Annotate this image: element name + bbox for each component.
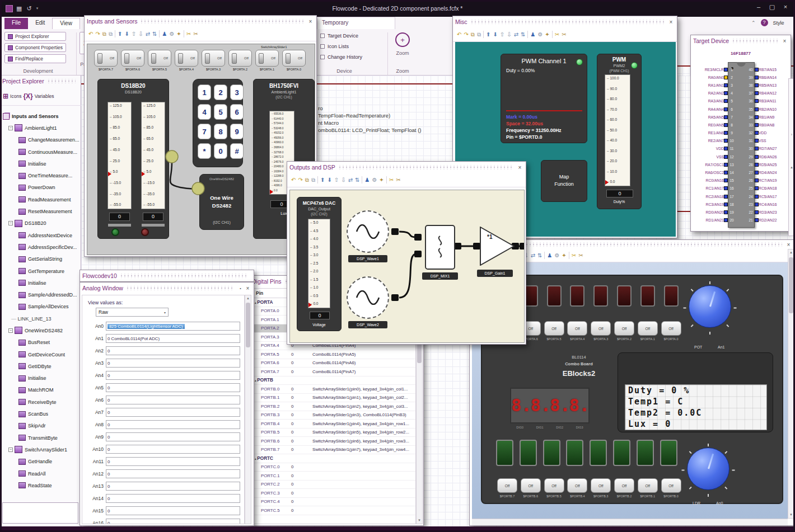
effects-icon[interactable]: ✦ [379, 177, 384, 183]
style-menu[interactable]: Style [773, 20, 784, 26]
board-push-button[interactable]: Off $PORTA.4 [567, 321, 587, 341]
digital-pin-row[interactable]: PORTC.2 0 [252, 481, 415, 489]
raise-icon[interactable]: ⬆ [320, 177, 325, 183]
tree-item[interactable]: PowerDown [1, 182, 80, 194]
tree-item[interactable]: SampleAddressedD... [1, 289, 80, 300]
analog-value-input[interactable]: 0 [106, 482, 240, 491]
analog-value-input[interactable]: 0 [106, 346, 240, 355]
expander-icon[interactable] [8, 448, 13, 452]
analog-value-input[interactable]: 0 [106, 396, 240, 404]
board-push-button[interactable]: Off $PORTB.4 [567, 478, 587, 498]
delete-icon[interactable]: ✂ [562, 32, 566, 37]
tree-item[interactable]: SwitchArraySlider1 [1, 444, 80, 455]
delete-icon[interactable]: ✂ [396, 177, 400, 183]
toolbar-separator[interactable] [184, 30, 184, 37]
digital-pin-row[interactable]: PORTA.7 0 ComboBL0114(PinA7) [252, 368, 415, 376]
board-push-button[interactable]: Off $PORTA.0 [661, 321, 681, 341]
digital-pin-row[interactable]: PORTC.4 0 [252, 498, 415, 507]
cut-icon[interactable]: ✂ [186, 31, 191, 37]
tree-item[interactable]: OneWireDS2482 [1, 324, 80, 336]
board-push-button[interactable]: Off $PORTA.5 [544, 321, 564, 341]
ribbon-view-item[interactable]: Target Device [318, 31, 376, 40]
analog-value-input[interactable]: 0 [106, 506, 240, 515]
board-button-state[interactable]: Off [591, 321, 611, 336]
digital-pin-row[interactable]: PORTC.3 0 [252, 489, 415, 498]
board-push-button[interactable]: Off $PORTB.3 [591, 478, 611, 498]
tree-item[interactable]: GetDeviceCount [1, 349, 80, 360]
variables-label[interactable]: Variables [35, 93, 54, 99]
move-up-icon[interactable]: ⇧ [132, 31, 136, 37]
dsp-wave2-generator[interactable] [347, 276, 389, 319]
tree-item[interactable]: ResetMeasurement [1, 205, 80, 217]
zoom-icon[interactable]: + [395, 32, 410, 47]
view-mode-select[interactable]: Raw ▾ [96, 308, 169, 317]
close-icon[interactable]: × [516, 164, 523, 171]
analog-value-input[interactable]: 0 [106, 432, 240, 441]
move-down-icon[interactable]: ⇩ [138, 31, 143, 37]
ribbon-tab[interactable]: File [4, 18, 28, 29]
tree-item[interactable]: MatchROM [1, 384, 80, 396]
paste-icon[interactable]: ⧉ [477, 32, 481, 37]
tree-item[interactable]: ReceiveByte [1, 396, 80, 408]
board-push-button[interactable]: Off $PORTA.3 [591, 321, 611, 341]
effects-icon[interactable]: ✦ [545, 32, 549, 37]
flip-horizontal-icon[interactable]: ⇄ [531, 253, 535, 258]
board-push-button[interactable]: Off $PORTB.7 [497, 478, 517, 498]
icons-label[interactable]: Icons [10, 93, 21, 99]
icons-grid-icon[interactable]: ⊞ [3, 92, 8, 100]
board-button-state[interactable]: Off [567, 478, 587, 493]
flip-horizontal-icon[interactable]: ⇄ [348, 177, 353, 183]
board-button-state[interactable]: Off [614, 321, 634, 336]
analog-value-input[interactable]: 0 [106, 519, 240, 524]
close-icon[interactable]: × [307, 18, 314, 25]
component-icon[interactable]: ♟ [364, 177, 370, 183]
dsp-wave1-generator[interactable] [347, 210, 389, 253]
tree-item[interactable]: BusReset [1, 337, 80, 349]
close-icon[interactable]: × [781, 38, 788, 44]
board-button-state[interactable]: Off [521, 478, 541, 493]
tree-item[interactable]: Initialise [1, 158, 80, 170]
tree-item[interactable]: Initialise [1, 277, 80, 289]
analog-value-input[interactable]: 0 [106, 383, 240, 392]
digital-pin-row[interactable]: PORTB.1 0 SwitchArraySlider1(pin1), keyp… [252, 394, 415, 403]
tree-item[interactable]: AmbientLight1 [1, 122, 80, 134]
checkbox-icon[interactable] [320, 44, 325, 49]
digital-pin-row[interactable]: PORTB.0 0 SwitchArraySlider1(pin0), keyp… [252, 385, 415, 394]
toolbar-separator[interactable] [317, 176, 318, 183]
tree-item[interactable]: GetSerialString [1, 253, 80, 265]
ribbon-view-item[interactable]: Change History [318, 53, 376, 62]
expand-icon[interactable]: › [789, 133, 794, 136]
component-icon[interactable]: ♟ [547, 253, 552, 258]
undo-icon[interactable]: ↶ [88, 31, 93, 37]
board-push-button[interactable]: Off $PORTA.2 [614, 321, 634, 341]
pot-knob[interactable] [689, 285, 731, 328]
tree-item[interactable]: DS18B20 [1, 218, 80, 229]
ldr-knob[interactable] [687, 448, 729, 490]
delete-icon[interactable]: ✂ [193, 31, 198, 37]
cut-icon[interactable]: ✂ [572, 253, 576, 258]
configure-icon[interactable]: ⚙ [537, 32, 543, 37]
board-button-state[interactable]: Off [661, 478, 681, 493]
ribbon-button[interactable]: Project Explorer [4, 32, 66, 41]
lower-icon[interactable]: ⬇ [327, 177, 331, 183]
close-icon[interactable]: × [785, 242, 792, 248]
collapsed-dock-strip[interactable]: › ▲ [788, 78, 795, 236]
digital-pin-row[interactable]: PORTA.6 0 ComboBL0114(PinA6) [252, 359, 415, 368]
tree-item[interactable]: LINK_LINE_13 [1, 313, 80, 324]
delete-icon[interactable]: ✂ [578, 253, 583, 258]
cut-icon[interactable]: ✂ [555, 32, 559, 37]
digital-pin-row[interactable]: PORTC [252, 454, 415, 463]
expander-icon[interactable] [8, 221, 13, 225]
cut-icon[interactable]: ✂ [389, 177, 394, 183]
redo-icon[interactable]: ↷ [95, 31, 100, 37]
effects-icon[interactable]: ✦ [562, 253, 566, 258]
move-up-icon[interactable]: ⇧ [500, 32, 504, 37]
tree-item[interactable]: SampleAllDevices [1, 301, 80, 313]
flip-horizontal-icon[interactable]: ⇄ [514, 32, 518, 37]
lower-icon[interactable]: ⬇ [124, 31, 129, 37]
copy-icon[interactable]: ⧉ [305, 177, 309, 183]
move-down-icon[interactable]: ⇩ [341, 177, 345, 183]
flip-vertical-icon[interactable]: ⇅ [152, 31, 157, 37]
ribbon-view-item[interactable]: Icon Lists [318, 42, 376, 51]
digital-pin-row[interactable]: PORTA.5 0 ComboBL0114(PinA5) [252, 350, 415, 359]
